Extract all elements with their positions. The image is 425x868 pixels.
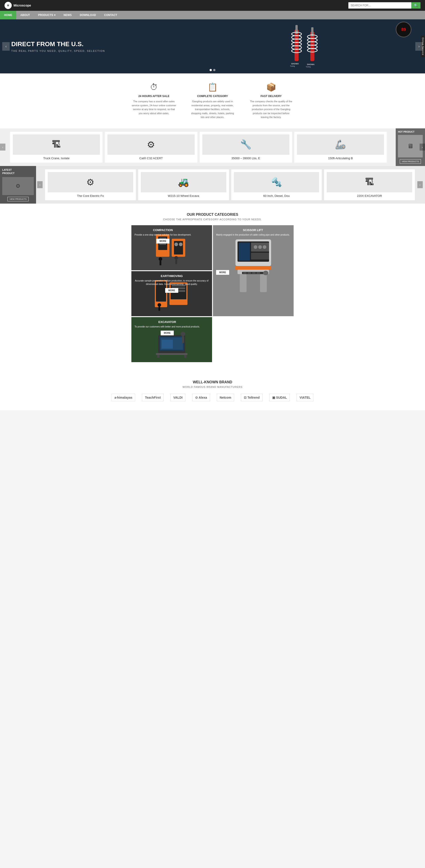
hero-image: SHOWA Tuning SHOWA Tuning (191, 19, 425, 73)
compaction-title: COMPACTION (134, 228, 191, 232)
feature-category-desc: Gangting products are widely used in res… (190, 99, 235, 119)
latest-carousel-prev[interactable]: ‹ (37, 181, 42, 188)
scissorlift-more-btn[interactable]: MORE (216, 270, 229, 275)
svg-rect-63 (161, 340, 173, 349)
svg-rect-67 (157, 355, 159, 358)
latest-carousel-items: ⚙ The Core Electric Fo 🚜 W215-10 Wheel E… (45, 169, 415, 200)
latest-item-4-name: 220X EXCAVATOR (327, 194, 412, 197)
earthmoving-desc: Accurate sample preparation before produ… (134, 279, 209, 286)
svg-rect-65 (182, 336, 184, 343)
nav-home[interactable]: HOME (0, 11, 16, 19)
nav-products[interactable]: PRODUCTS ▾ (34, 11, 60, 19)
hero-next-button[interactable]: › (415, 42, 423, 51)
feature-delivery-desc: The company checks the quality of the pr… (248, 99, 294, 119)
latest-product-carousel: LATESTPRODUCT ⚙ VIEW PRODUCTS ‹ ⚙ The Co… (0, 166, 425, 204)
latest-item-2: 🚜 W215-10 Wheel Excava (138, 169, 229, 200)
hot-product-label: HOT PRODUCT (398, 131, 415, 133)
svg-point-28 (159, 257, 162, 261)
brand-netcom: Netcom (217, 394, 234, 401)
nav-news[interactable]: NEWS (60, 11, 76, 19)
shocks-svg: SHOWA Tuning SHOWA Tuning (272, 21, 344, 70)
latest-item-3-name: 60 Inch, Diesel, Dou (234, 194, 319, 197)
svg-rect-44 (235, 292, 271, 296)
svg-rect-39 (251, 253, 269, 259)
hot-carousel-items: 🏗 Truck Crane, Isolate ⚙ Cat® C32 ACERT … (10, 132, 387, 163)
hero-content: DIRECT FROM THE U.S. THE REAL PARTS YOU … (0, 34, 116, 59)
svg-rect-1 (296, 25, 298, 34)
brand-teltrend: ⊡ Teltrend (241, 394, 263, 401)
brand-teltrend-label: ⊡ Teltrend (244, 396, 260, 399)
hot-item-1-img: 🏗 (13, 134, 100, 155)
latest-product-image: ⚙ (2, 177, 34, 195)
feature-aftersale: ⏱ 24 HOURS AFTER SALE The company has a … (131, 83, 177, 119)
category-scissorlift: SCISSOR LIFT Mainly engaged in the produ… (213, 225, 294, 316)
hot-item-3: 🔧 35000 – 39000 Lbs, E (200, 132, 292, 163)
latest-product-label: LATESTPRODUCT (2, 168, 14, 175)
latest-view-products-btn[interactable]: VIEW PRODUCTS (7, 197, 29, 202)
excavator-more-btn[interactable]: MORE (161, 331, 174, 335)
svg-rect-0 (295, 30, 299, 61)
hot-view-products-btn[interactable]: VIEW PRODUCTS (400, 159, 421, 164)
nav-about[interactable]: ABOUT (16, 11, 34, 19)
logo: M Microscope (4, 2, 34, 9)
svg-rect-40 (235, 266, 271, 270)
svg-text:Tuning: Tuning (290, 65, 295, 67)
latest-carousel-next[interactable]: › (417, 181, 423, 188)
brands-section: WELL-KNOWN BRAND WORLD FAMOUS BRAND MANU… (0, 371, 425, 410)
svg-rect-49 (257, 272, 260, 274)
category-earthmoving: EARTHMOVING Accurate sample preparation … (131, 271, 212, 316)
compaction-more-btn[interactable]: MORE (156, 239, 170, 244)
hero-dot-1[interactable] (210, 69, 212, 71)
brands-title: WELL-KNOWN BRAND (4, 380, 421, 384)
brand-valdi-label: VALDI (173, 396, 183, 399)
svg-text:SHOWA: SHOWA (307, 63, 315, 66)
svg-point-30 (175, 256, 178, 260)
earthmoving-more-btn[interactable]: MORE (165, 288, 178, 293)
feature-delivery-title: FAST DELIVERY (248, 95, 294, 98)
latest-item-3-img: 🔩 (234, 172, 319, 192)
earthmoving-content: EARTHMOVING Accurate sample preparation … (134, 274, 209, 293)
hot-item-2: ⚙ Cat® C32 ACERT (105, 132, 197, 163)
search-input[interactable] (348, 2, 411, 8)
hero-banner: ‹ DIRECT FROM THE U.S. THE REAL PARTS YO… (0, 19, 425, 73)
svg-rect-29 (159, 261, 161, 265)
compaction-desc: Provide a one-stop service solution for … (134, 233, 191, 237)
hero-title: DIRECT FROM THE U.S. (11, 40, 105, 48)
excavator-title: EXCAVATOR (134, 320, 200, 323)
nav-contact[interactable]: CONTACT (100, 11, 121, 19)
brand-alexa: ⊙ Alexa (192, 394, 210, 401)
svg-point-58 (157, 303, 161, 307)
feature-category-icon: 📋 (190, 83, 235, 92)
feature-delivery: 📦 FAST DELIVERY The company checks the q… (248, 83, 294, 119)
brand-sudal-label: ▣ SUDAL (272, 396, 287, 399)
logo-icon: M (4, 2, 12, 9)
svg-point-36 (254, 245, 257, 249)
brand-viatel-label: VIATEL (300, 396, 310, 399)
svg-point-38 (263, 245, 266, 249)
excavator-row: EXCAVATOR To provide our customers with … (131, 317, 294, 362)
category-excavator: EXCAVATOR To provide our customers with … (131, 317, 212, 362)
hot-item-2-img: ⚙ (108, 134, 194, 155)
hot-carousel-next[interactable]: › (420, 144, 425, 151)
hot-carousel-prev[interactable]: ‹ (0, 144, 5, 151)
hero-dots (210, 69, 215, 71)
earthmoving-title: EARTHMOVING (134, 274, 209, 278)
svg-rect-34 (239, 243, 250, 260)
svg-rect-46 (243, 272, 246, 274)
latest-side-panel: LATESTPRODUCT ⚙ VIEW PRODUCTS (0, 166, 36, 204)
latest-item-1: ⚙ The Core Electric Fo (45, 169, 136, 200)
search-button[interactable]: 🔍 (411, 2, 421, 8)
search-bar: 🔍 (348, 2, 421, 8)
latest-item-4-img: 🏗 (327, 172, 412, 192)
feature-aftersale-title: 24 HOURS AFTER SALE (131, 95, 177, 98)
hot-item-4-img: 🦾 (297, 134, 384, 155)
excavator-placeholder (213, 317, 294, 362)
latest-item-2-img: 🚜 (141, 172, 226, 192)
hot-item-1-name: Truck Crane, Isolate (13, 157, 100, 160)
hero-prev-button[interactable]: ‹ (2, 42, 10, 51)
brand-valdi: VALDI (170, 394, 185, 401)
nav-download[interactable]: DOWNLOAD (76, 11, 100, 19)
hero-dot-2[interactable] (213, 69, 215, 71)
svg-rect-47 (248, 272, 251, 274)
features-section: ⏱ 24 HOURS AFTER SALE The company has a … (0, 73, 425, 128)
